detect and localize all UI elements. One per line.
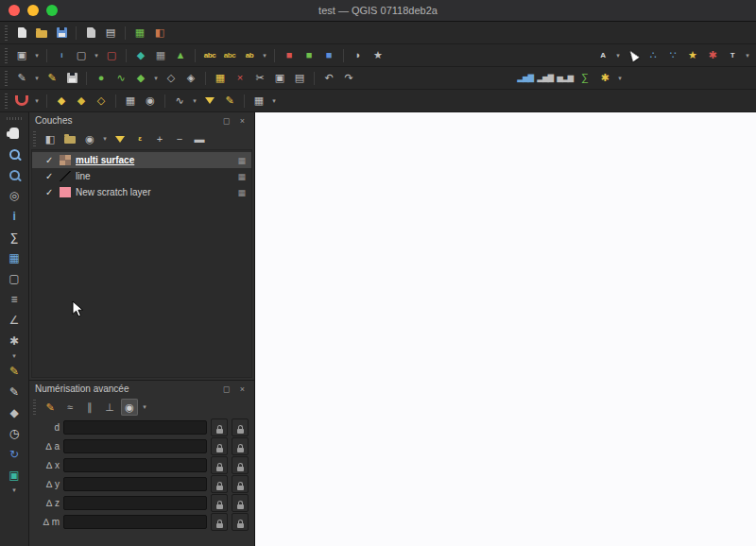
- form-annotation-icon[interactable]: ✎: [5, 383, 24, 401]
- highlight-labels-icon[interactable]: ab: [241, 47, 258, 64]
- remove-layer-icon[interactable]: ▬: [191, 130, 208, 147]
- vertex-tool-all-layers-icon[interactable]: ◇: [163, 70, 180, 87]
- manage-map-themes-icon[interactable]: ◉: [81, 130, 98, 147]
- vertex-tool-icon[interactable]: ◈: [182, 70, 199, 87]
- snap-intersection-icon[interactable]: ◇: [93, 93, 110, 110]
- filter-legend-icon[interactable]: [112, 130, 129, 147]
- current-edits-icon[interactable]: ✎: [13, 70, 30, 87]
- edit-filtered-icon[interactable]: ✎: [221, 93, 238, 110]
- select-by-form-icon[interactable]: ▢: [5, 269, 24, 288]
- new-map-view-icon[interactable]: ▣: [13, 47, 30, 64]
- expand-all-icon[interactable]: +: [151, 130, 168, 147]
- map-canvas[interactable]: [255, 112, 756, 546]
- layer-visibility-checkbox[interactable]: ✓: [45, 187, 55, 197]
- labels-menu-icon[interactable]: ▾: [261, 47, 268, 64]
- float-panel-button[interactable]: ◻: [220, 383, 232, 395]
- minimize-window-button[interactable]: [27, 5, 39, 16]
- toggle-editing-icon[interactable]: ✎: [43, 70, 60, 87]
- enable-snapping-icon[interactable]: [13, 93, 30, 110]
- a-repeat-lock-button[interactable]: [232, 437, 249, 455]
- layer-visibility-checkbox[interactable]: ✓: [45, 155, 55, 165]
- a-input[interactable]: [63, 439, 207, 453]
- layer-row[interactable]: ✓New scratch layer▦: [32, 184, 251, 200]
- options-gear-icon[interactable]: ✱: [5, 332, 24, 350]
- open-project-icon[interactable]: [33, 25, 50, 42]
- z-repeat-lock-button[interactable]: [232, 494, 249, 512]
- snap-to-common-angles-icon[interactable]: ◉: [121, 399, 138, 416]
- capture-menu-icon[interactable]: ▾: [152, 70, 160, 87]
- map-view-menu-icon[interactable]: ▾: [33, 47, 41, 64]
- cut-features-icon[interactable]: ✂: [251, 70, 268, 87]
- grid-menu-icon[interactable]: ▾: [270, 93, 278, 110]
- x-repeat-lock-button[interactable]: [232, 456, 249, 474]
- snapping-menu-icon[interactable]: ▾: [33, 93, 41, 110]
- topological-editing-icon[interactable]: ▦: [122, 93, 139, 110]
- layer-row[interactable]: ✓multi surface▦: [32, 152, 251, 168]
- y-repeat-lock-button[interactable]: [232, 475, 249, 493]
- add-vector-layer-icon[interactable]: ◆: [132, 47, 149, 64]
- z-lock-button[interactable]: [211, 494, 228, 512]
- paste-features-icon[interactable]: ▤: [291, 70, 308, 87]
- zoom-in-icon[interactable]: [5, 145, 24, 163]
- a-lock-button[interactable]: [211, 437, 228, 455]
- field-calculator-icon[interactable]: ≡: [5, 290, 24, 309]
- m-input[interactable]: [63, 515, 207, 529]
- font-menu-icon[interactable]: ▾: [614, 47, 622, 64]
- layer-visibility-checkbox[interactable]: ✓: [45, 171, 55, 181]
- pan-map-icon[interactable]: [5, 124, 24, 143]
- enable-advanced-digitizing-icon[interactable]: ✎: [42, 399, 59, 416]
- move-annotation-icon[interactable]: ◆: [5, 403, 24, 422]
- zoom-window-button[interactable]: [46, 5, 58, 16]
- x-lock-button[interactable]: [211, 456, 228, 474]
- snap-segment-icon[interactable]: ◆: [73, 93, 90, 110]
- font-settings-icon[interactable]: A: [594, 47, 611, 64]
- select-features-icon[interactable]: ▢: [73, 47, 90, 64]
- identify-features-icon[interactable]: i: [5, 207, 24, 226]
- text-annotation-icon[interactable]: ✎: [5, 362, 24, 381]
- parallel-constraint-icon[interactable]: ∥: [81, 399, 98, 416]
- statistics-histogram-blue-icon[interactable]: ▂▅▇: [517, 70, 534, 87]
- statistics-menu-icon[interactable]: ▾: [616, 70, 624, 87]
- tracing-menu-icon[interactable]: ▾: [191, 93, 198, 110]
- capture-polygon-icon[interactable]: ◆: [132, 70, 149, 87]
- open-layer-styling-icon[interactable]: ◧: [42, 130, 59, 147]
- new-project-icon[interactable]: [13, 25, 30, 42]
- new-bookmark-icon[interactable]: ★: [369, 47, 387, 64]
- z-input[interactable]: [63, 496, 207, 510]
- undo-icon[interactable]: ↶: [320, 70, 337, 87]
- y-lock-button[interactable]: [211, 475, 228, 493]
- zoom-out-icon[interactable]: [5, 165, 24, 184]
- close-panel-button[interactable]: ×: [236, 383, 249, 395]
- enable-tracing-icon[interactable]: ∿: [171, 93, 188, 110]
- open-data-source-manager-icon[interactable]: ▦: [131, 25, 148, 42]
- processing-model-icon[interactable]: ∴: [644, 47, 662, 64]
- decoration-scalebar-icon[interactable]: ■: [281, 47, 298, 64]
- delete-selected-icon[interactable]: ×: [232, 70, 249, 87]
- overview-panel-icon[interactable]: ▣: [5, 466, 24, 485]
- add-group-icon[interactable]: [61, 130, 78, 147]
- close-panel-button[interactable]: ×: [236, 114, 249, 127]
- capture-point-icon[interactable]: ●: [93, 70, 110, 87]
- multi-edit-attributes-icon[interactable]: ▦: [212, 70, 229, 87]
- show-statistics-grid-icon[interactable]: ▦: [250, 93, 267, 110]
- refresh-map-icon[interactable]: ↻: [5, 445, 24, 464]
- redo-icon[interactable]: ↷: [340, 70, 357, 87]
- map-tips-icon[interactable]: ◗: [350, 47, 367, 64]
- more-tools-menu-icon[interactable]: ▾: [10, 486, 18, 494]
- show-layout-manager-icon[interactable]: ▤: [102, 25, 119, 42]
- layer-row[interactable]: ✓line▦: [32, 168, 251, 184]
- x-input[interactable]: [63, 458, 207, 472]
- style-manager-icon[interactable]: ◧: [151, 25, 168, 42]
- decoration-north-arrow-icon[interactable]: ■: [301, 47, 318, 64]
- attribute-table-icon[interactable]: ▦: [5, 248, 24, 267]
- m-repeat-lock-button[interactable]: [232, 513, 249, 531]
- add-raster-layer-icon[interactable]: ▦: [152, 47, 169, 64]
- angles-menu-icon[interactable]: ▾: [141, 399, 148, 416]
- processing-options-icon[interactable]: ✱: [596, 70, 613, 87]
- decoration-grid-icon[interactable]: ■: [320, 47, 337, 64]
- deselect-features-icon[interactable]: ▢: [103, 47, 120, 64]
- annotation-menu-icon[interactable]: ▾: [744, 47, 751, 64]
- copy-features-icon[interactable]: ▣: [271, 70, 288, 87]
- select-tool-icon[interactable]: [625, 47, 642, 64]
- statistics-distribution-icon[interactable]: ▅▂▆: [557, 70, 574, 87]
